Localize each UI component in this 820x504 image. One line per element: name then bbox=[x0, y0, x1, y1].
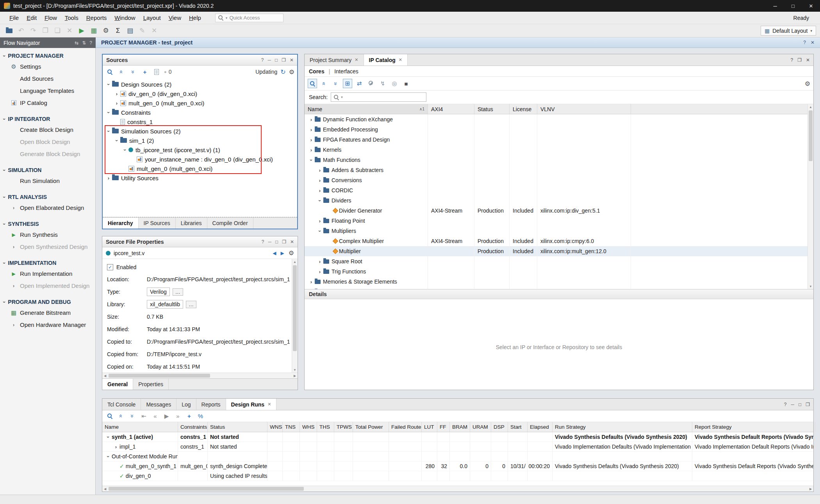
gear-icon[interactable]: ⚙ bbox=[289, 68, 294, 76]
column-header-status[interactable]: Status bbox=[208, 422, 267, 432]
close-tab-icon[interactable]: ✕ bbox=[267, 402, 271, 407]
step-forward-button[interactable]: » bbox=[173, 412, 182, 421]
run-row-out-of-context-module-runs[interactable]: ›Out-of-Context Module Runs bbox=[102, 452, 813, 461]
sidebar-item-open-elaborated-design[interactable]: ›Open Elaborated Design bbox=[0, 202, 95, 214]
column-header-status[interactable]: Status bbox=[474, 104, 510, 114]
catalog-row-math-functions[interactable]: ›Math Functions bbox=[305, 155, 813, 165]
close-button[interactable]: ✕ bbox=[802, 0, 820, 12]
target-button[interactable]: ◎ bbox=[390, 79, 399, 88]
help-icon[interactable]: ? bbox=[803, 40, 806, 45]
catalog-row-partial-reconfiguration[interactable]: ›Partial Reconfiguration bbox=[305, 287, 813, 289]
tree-item-tb-ipcore-test[interactable]: ›tb_ipcore_test(ipcore_test.v) (1) bbox=[103, 145, 297, 154]
catalog-row-multiplier[interactable]: MultiplierProductionIncludedxilinx.com:i… bbox=[305, 246, 813, 256]
column-header-start[interactable]: Start bbox=[508, 422, 528, 432]
expand-icon[interactable]: › bbox=[113, 101, 120, 106]
help-icon[interactable]: ? bbox=[89, 40, 92, 46]
sidebar-item-run-simulation[interactable]: Run Simulation bbox=[0, 175, 95, 187]
minimize-icon[interactable]: ─ bbox=[268, 239, 271, 245]
column-header-run-strategy[interactable]: Run Strategy bbox=[553, 422, 692, 432]
properties-panel-titlebar[interactable]: Source File Properties ?─□❐✕ bbox=[102, 236, 298, 247]
expand-all-button[interactable]: » bbox=[128, 412, 137, 421]
catalog-row-dividers[interactable]: ›Dividers bbox=[305, 195, 813, 206]
column-header-bram[interactable]: BRAM bbox=[450, 422, 470, 432]
sidebar-item-open-hardware-manager[interactable]: ›Open Hardware Manager bbox=[0, 319, 95, 331]
column-header-license[interactable]: License bbox=[510, 104, 537, 114]
tree-item-mult-gen-0[interactable]: ›mult_gen_0(mult_gen_0.xci) bbox=[103, 98, 297, 108]
scroll-right-icon[interactable]: ▶ bbox=[808, 486, 813, 492]
catalog-row-kernels[interactable]: ›Kernels bbox=[305, 145, 813, 155]
expand-icon[interactable]: › bbox=[308, 279, 315, 284]
paste-button[interactable]: ❏ bbox=[52, 26, 62, 36]
column-header-name[interactable]: Name bbox=[102, 422, 178, 432]
tab-messages[interactable]: Messages bbox=[141, 399, 176, 410]
catalog-row-memories-storage-elements[interactable]: ›Memories & Storage Elements bbox=[305, 277, 813, 287]
settings-button[interactable]: ⚙ bbox=[101, 26, 111, 36]
collapse-icon[interactable]: › bbox=[316, 229, 323, 234]
menu-edit[interactable]: Edit bbox=[23, 12, 41, 23]
percent-button[interactable]: % bbox=[196, 412, 205, 421]
expand-icon[interactable]: › bbox=[316, 269, 323, 274]
flow-section-header-program-and-debug[interactable]: ›PROGRAM AND DEBUG bbox=[0, 297, 95, 307]
sidebar-item-run-synthesis[interactable]: ▶Run Synthesis bbox=[0, 229, 95, 241]
run-button[interactable]: ▶ bbox=[77, 26, 87, 36]
column-header-whs[interactable]: WHS bbox=[300, 422, 317, 432]
float-icon[interactable]: ❐ bbox=[282, 239, 286, 245]
minimize-icon[interactable]: ─ bbox=[267, 57, 271, 63]
expand-all-button[interactable]: » bbox=[331, 79, 340, 88]
expand-icon[interactable]: › bbox=[308, 147, 315, 153]
float-icon[interactable]: ❐ bbox=[282, 57, 286, 63]
collapse-icon[interactable]: › bbox=[105, 82, 112, 87]
vertical-scrollbar[interactable]: ▲ ▼ bbox=[292, 259, 298, 373]
column-header-axi4[interactable]: AXI4 bbox=[428, 104, 474, 114]
sidebar-item-generate-bitstream[interactable]: ▦Generate Bitstream bbox=[0, 307, 95, 319]
menu-tools[interactable]: Tools bbox=[61, 12, 82, 23]
maximize-icon[interactable]: □ bbox=[275, 57, 278, 63]
tree-item-design-sources[interactable]: ›Design Sources(2) bbox=[103, 80, 297, 89]
back-icon[interactable]: ◀ bbox=[273, 250, 276, 256]
menu-window[interactable]: Window bbox=[111, 12, 139, 23]
catalog-row-fpga-features-and-design[interactable]: ›FPGA Features and Design bbox=[305, 135, 813, 145]
sidebar-item-ip-catalog[interactable]: IP Catalog bbox=[0, 97, 95, 109]
scroll-up-icon[interactable]: ▲ bbox=[808, 104, 813, 110]
sidebar-item-language-templates[interactable]: Language Templates bbox=[0, 85, 95, 97]
sidebar-item-add-sources[interactable]: Add Sources bbox=[0, 73, 95, 85]
sidebar-item-open-block-design[interactable]: Open Block Design bbox=[0, 136, 95, 148]
run-row-synth-1-active[interactable]: ›synth_1 (active)constrs_1Not startedViv… bbox=[102, 432, 813, 442]
sidebar-item-generate-block-design[interactable]: Generate Block Design bbox=[0, 148, 95, 160]
forward-icon[interactable]: ▶ bbox=[280, 250, 284, 256]
expand-icon[interactable]: › bbox=[316, 188, 323, 193]
scrollbar-thumb[interactable] bbox=[293, 265, 297, 351]
collapse-icon[interactable]: › bbox=[105, 129, 112, 134]
close-tab-icon[interactable]: ✕ bbox=[399, 57, 402, 62]
subtab-interfaces[interactable]: Interfaces bbox=[334, 68, 358, 75]
column-header-tpws[interactable]: TPWS bbox=[334, 422, 353, 432]
sidebar-item-run-implementation[interactable]: ▶Run Implementation bbox=[0, 268, 95, 280]
expand-icon[interactable]: › bbox=[308, 127, 315, 132]
subtab-cores[interactable]: Cores bbox=[309, 68, 324, 75]
column-header-uram[interactable]: URAM bbox=[470, 422, 491, 432]
tab-general[interactable]: General bbox=[102, 379, 133, 390]
sources-panel-titlebar[interactable]: Sources ?─□❐✕ bbox=[103, 55, 297, 66]
collapse-icon[interactable]: › bbox=[105, 454, 112, 459]
report-button[interactable]: ▤ bbox=[125, 26, 135, 36]
catalog-row-dynamic-function-exchange[interactable]: ›Dynamic Function eXchange bbox=[305, 114, 813, 124]
browse-button[interactable]: … bbox=[186, 301, 196, 308]
expand-icon[interactable]: › bbox=[112, 444, 119, 449]
search-button[interactable] bbox=[308, 79, 317, 88]
flow-section-header-simulation[interactable]: ›SIMULATION bbox=[0, 165, 95, 175]
menu-flow[interactable]: Flow bbox=[41, 12, 61, 23]
tab-tcl-console[interactable]: Tcl Console bbox=[102, 399, 141, 410]
run-row-div-gen-0[interactable]: ✓div_gen_0Using cached IP results bbox=[102, 471, 813, 481]
catalog-row-square-root[interactable]: ›Square Root bbox=[305, 256, 813, 266]
stop-button[interactable]: ■ bbox=[401, 79, 411, 88]
flow-section-header-rtl-analysis[interactable]: ›RTL ANALYSIS bbox=[0, 192, 95, 202]
flow-section-header-synthesis[interactable]: ›SYNTHESIS bbox=[0, 219, 95, 229]
undo-button[interactable]: ↶ bbox=[16, 26, 26, 36]
column-header-wns[interactable]: WNS bbox=[267, 422, 283, 432]
expand-icon[interactable]: › bbox=[316, 259, 323, 264]
step-back-button[interactable]: « bbox=[151, 412, 160, 421]
collapse-icon[interactable]: › bbox=[105, 110, 112, 115]
expand-icon[interactable]: › bbox=[316, 178, 323, 183]
scroll-up-icon[interactable]: ▲ bbox=[292, 259, 298, 264]
column-header-lut[interactable]: LUT bbox=[422, 422, 437, 432]
